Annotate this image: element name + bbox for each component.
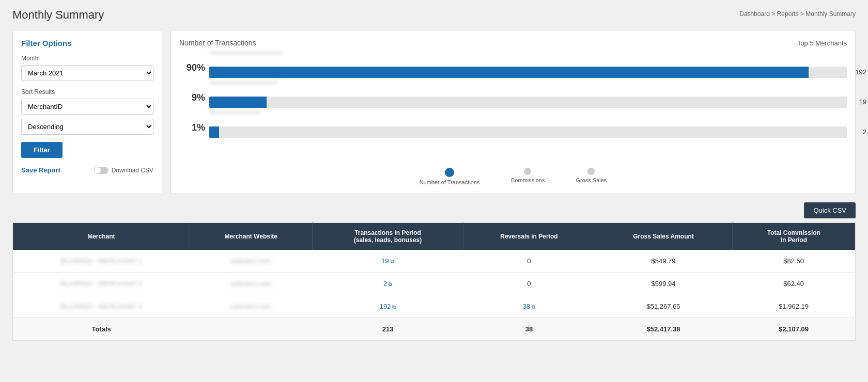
chart-title: Number of Transactions: [179, 39, 256, 47]
gross-sales-cell: $549.79: [595, 250, 732, 273]
commission-cell: $62.40: [732, 273, 855, 295]
chart-dot: [445, 168, 454, 177]
filter-title: Filter Options: [21, 39, 153, 47]
chart-section: Number of Transactions Top 5 Merchants 9…: [171, 30, 856, 194]
table-body: BLURRED - MERCHANT 1website1.com19⧉0$549…: [13, 250, 856, 341]
bar-merchant-label: xxxxxxxxxxxxxxxxxx: [209, 109, 260, 115]
bar-merchant-label: xxxxxxxxxxxxxxxxxxxxxxxxxx: [209, 49, 283, 55]
table-row: BLURRED - MERCHANT 1website1.com19⧉0$549…: [13, 250, 856, 273]
totals-cell: 213: [312, 318, 463, 341]
table-header-row: MerchantMerchant WebsiteTransactions in …: [13, 223, 856, 250]
bar-value: 2: [863, 128, 866, 136]
sort-field-select[interactable]: MerchantID Merchant Name Gross Sales: [21, 99, 153, 115]
breadcrumb: Dashboard > Reports > Monthly Summary: [739, 10, 856, 18]
bar-percentage: 1%: [179, 122, 205, 133]
bar-chart: 90%xxxxxxxxxxxxxxxxxxxxxxxxxx1929%xxxxxx…: [179, 53, 847, 157]
main-content: Filter Options Month March 2021 February…: [12, 30, 856, 194]
website-cell: website1.com: [190, 250, 312, 273]
totals-cell: 38: [463, 318, 595, 341]
bar-track: 2: [209, 126, 847, 138]
chart-dot-item[interactable]: Commissions: [510, 168, 545, 185]
reversals-cell: 38⧉: [463, 295, 595, 318]
table-row: BLURRED - MERCHANT 2website2.com2⧉0$599.…: [13, 273, 856, 295]
transactions-cell: 192⧉: [312, 295, 463, 318]
transactions-cell: 19⧉: [312, 250, 463, 273]
page-header: Monthly Summary Dashboard > Reports > Mo…: [12, 8, 856, 22]
data-table: MerchantMerchant WebsiteTransactions in …: [12, 222, 856, 341]
gross-sales-cell: $51,267.65: [595, 295, 732, 318]
quick-csv-button[interactable]: Quick CSV: [804, 202, 856, 218]
reversals-cell: 0: [463, 273, 595, 295]
bar-merchant-label: xxxxxxxxxxxxxxxxxxxxxxxx: [209, 79, 277, 85]
chart-dot-item[interactable]: Gross Sales: [576, 168, 607, 185]
commission-cell: $1,962.19: [732, 295, 855, 318]
external-link-icon: ⧉: [392, 304, 396, 310]
bar-fill: [209, 67, 809, 78]
transactions-link[interactable]: 19: [381, 257, 389, 265]
top5-label: Top 5 Merchants: [797, 39, 847, 47]
download-csv-wrap: Download CSV: [94, 167, 153, 174]
month-label: Month: [21, 55, 153, 62]
chart-dot-item[interactable]: Number of Transactions: [420, 168, 480, 185]
chart-dots: Number of TransactionsCommissionsGross S…: [179, 168, 847, 185]
download-csv-toggle[interactable]: [94, 167, 109, 174]
external-link-icon: ⧉: [389, 281, 392, 287]
bar-track: 192: [209, 67, 847, 78]
table-column-header: Total Commission in Period: [732, 223, 855, 250]
filter-actions: Save Report Download CSV: [21, 166, 153, 174]
website-cell: website2.com: [190, 273, 312, 295]
sort-field-wrapper: MerchantID Merchant Name Gross Sales: [21, 99, 153, 115]
filter-button[interactable]: Filter: [21, 142, 63, 158]
table-header: MerchantMerchant WebsiteTransactions in …: [13, 223, 856, 250]
sort-order-select[interactable]: Descending Ascending: [21, 119, 153, 135]
external-link-icon: ⧉: [391, 259, 394, 264]
bar-track: 19: [209, 97, 847, 108]
bar-row: 90%xxxxxxxxxxxxxxxxxxxxxxxxxx192: [179, 57, 847, 78]
sort-order-wrapper: Descending Ascending: [21, 119, 153, 135]
merchant-cell: BLURRED - MERCHANT 1: [13, 250, 190, 273]
transactions-cell: 2⧉: [312, 273, 463, 295]
merchant-cell: BLURRED - MERCHANT 2: [13, 273, 190, 295]
table-column-header: Reversals in Period: [463, 223, 595, 250]
bar-percentage: 9%: [179, 92, 205, 103]
page-container: Monthly Summary Dashboard > Reports > Mo…: [0, 0, 868, 382]
bar-fill: [209, 126, 219, 138]
dot-label: Gross Sales: [576, 177, 607, 183]
table-column-header: Transactions in Period (sales, leads, bo…: [312, 223, 463, 250]
totals-cell: $52,417.38: [595, 318, 732, 341]
bar-row: 1%xxxxxxxxxxxxxxxxxx2: [179, 117, 847, 138]
table-column-header: Merchant: [13, 223, 190, 250]
chart-header: Number of Transactions Top 5 Merchants: [179, 39, 847, 47]
bar-value: 19: [859, 98, 866, 106]
bar-percentage: 90%: [179, 62, 205, 73]
page-title: Monthly Summary: [12, 8, 104, 22]
save-report-link[interactable]: Save Report: [21, 166, 60, 174]
totals-row: Totals21338$52,417.38$2,107.09: [13, 318, 856, 341]
table-top: Quick CSV: [12, 202, 856, 218]
external-link-icon: ⧉: [532, 304, 535, 310]
reversals-link[interactable]: 38: [523, 303, 530, 310]
table-row: BLURRED - MERCHANT 3website3.com192⧉38⧉$…: [13, 295, 856, 318]
website-cell: website3.com: [190, 295, 312, 318]
chart-dot: [587, 168, 595, 175]
bar-value: 192: [855, 68, 866, 76]
month-field-group: Month March 2021 February 2021 January 2…: [21, 55, 153, 81]
dot-label: Number of Transactions: [420, 179, 480, 185]
bar-fill: [209, 97, 267, 108]
sidebar: Filter Options Month March 2021 February…: [12, 30, 162, 194]
download-csv-label: Download CSV: [112, 167, 153, 174]
month-select[interactable]: March 2021 February 2021 January 2021: [21, 65, 153, 81]
commission-cell: $82.50: [732, 250, 855, 273]
chart-dot: [524, 168, 531, 175]
transactions-link[interactable]: 192: [380, 303, 391, 310]
table-section: Quick CSV MerchantMerchant WebsiteTransa…: [12, 202, 856, 341]
table-column-header: Gross Sales Amount: [595, 223, 732, 250]
gross-sales-cell: $599.94: [595, 273, 732, 295]
totals-cell: $2,107.09: [732, 318, 855, 341]
table-column-header: Merchant Website: [190, 223, 312, 250]
sort-field-group: Sort Results MerchantID Merchant Name Gr…: [21, 88, 153, 135]
totals-cell: Totals: [13, 318, 190, 341]
transactions-link[interactable]: 2: [383, 280, 387, 288]
reversals-cell: 0: [463, 250, 595, 273]
sort-label: Sort Results: [21, 88, 153, 95]
